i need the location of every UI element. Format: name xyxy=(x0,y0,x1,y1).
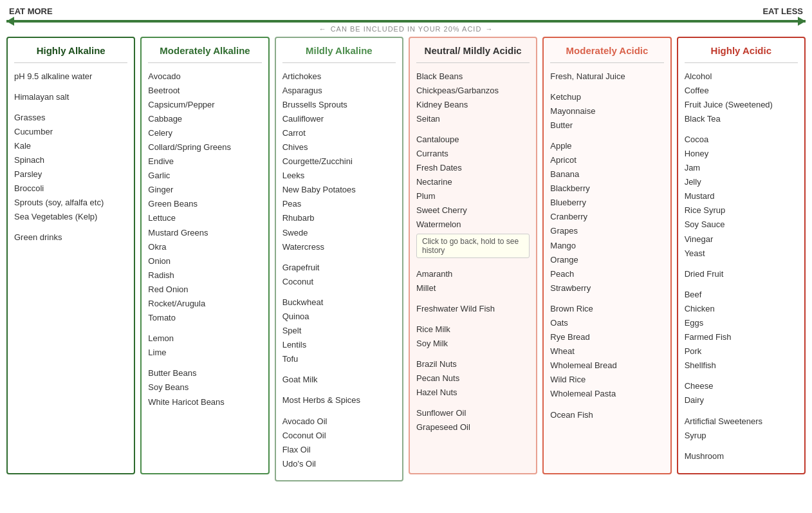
list-item: Coconut xyxy=(282,275,396,289)
list-item: Peas xyxy=(282,197,396,211)
list-item: Mustard Greens xyxy=(148,226,261,240)
list-item: Leeks xyxy=(282,169,396,183)
list-item: Most Herbs & Spices xyxy=(282,393,396,407)
list-item: Buckwheat xyxy=(282,295,396,310)
list-item: Coconut Oil xyxy=(282,429,396,443)
header-bar: EAT MORE EAT LESS xyxy=(6,6,806,16)
column-mildly-alkaline: Mildly AlkalineArtichokesAsparagusBrusse… xyxy=(275,37,403,481)
column-moderately-acidic: Moderately AcidicFresh, Natural JuiceKet… xyxy=(542,37,671,474)
col-divider-neutral xyxy=(416,62,530,63)
list-item: Goat Milk xyxy=(282,373,396,387)
list-item: Sprouts (soy, alfalfa etc) xyxy=(14,196,127,210)
list-item: Oats xyxy=(550,316,663,330)
column-header-neutral: Neutral/ Mildly Acidic xyxy=(416,44,530,57)
list-item: Blueberry xyxy=(550,196,663,210)
list-item: Cheese xyxy=(685,379,798,393)
list-item: Farmed Fish xyxy=(685,330,798,344)
col-divider-highly-acidic xyxy=(685,62,798,63)
list-item: Strawberry xyxy=(550,281,663,295)
group-spacer xyxy=(550,295,663,302)
group-spacer xyxy=(416,261,530,267)
list-item: Pecan Nuts xyxy=(416,371,530,386)
list-item: Seitan xyxy=(416,112,530,126)
list-item: Onion xyxy=(148,254,261,268)
col-divider-moderately-alkaline xyxy=(148,62,261,63)
list-item: Pork xyxy=(685,344,798,359)
list-item: Wild Rice xyxy=(550,373,663,387)
list-item: Banana xyxy=(550,167,663,182)
list-item: Ginger xyxy=(148,183,261,197)
acid-banner-label: CAN BE INCLUDED IN YOUR 20% ACID xyxy=(319,25,494,33)
list-item: Lemon xyxy=(148,331,261,346)
group-spacer xyxy=(685,408,798,415)
list-item: Lentils xyxy=(282,338,396,352)
list-item: Green Beans xyxy=(148,197,261,211)
list-item: Rice Milk xyxy=(416,322,530,337)
list-item: Green drinks xyxy=(14,230,127,245)
list-item: Wholemeal Bread xyxy=(550,359,663,373)
list-item: Honey xyxy=(685,147,798,161)
list-item: Jelly xyxy=(685,175,798,189)
list-item: pH 9.5 alkaline water xyxy=(14,70,127,84)
column-header-highly-alkaline: Highly Alkaline xyxy=(14,44,127,57)
list-item: Watermelon xyxy=(416,218,530,232)
direction-arrow xyxy=(6,20,806,23)
tooltip[interactable]: Click to go back, hold to see history xyxy=(416,234,530,258)
list-item: Ocean Fish xyxy=(550,408,663,422)
list-item: Eggs xyxy=(685,316,798,330)
list-item: Mushroom xyxy=(685,449,798,463)
list-item: Lettuce xyxy=(148,211,261,225)
list-item: Artichokes xyxy=(282,70,396,84)
list-item: Grasses xyxy=(14,111,127,125)
list-item: Lime xyxy=(148,346,261,360)
list-item: Swede xyxy=(282,226,396,240)
list-item: Asparagus xyxy=(282,84,396,98)
col-divider-mildly-alkaline xyxy=(282,62,396,63)
list-item: Capsicum/Pepper xyxy=(148,98,261,112)
list-item: Himalayan salt xyxy=(14,90,127,104)
group-spacer xyxy=(148,360,261,366)
list-item: Butter xyxy=(550,118,663,133)
list-item: Butter Beans xyxy=(148,366,261,380)
acid-banner-row: CAN BE INCLUDED IN YOUR 20% ACID xyxy=(6,25,806,33)
group-spacer xyxy=(282,366,396,373)
list-item: Jam xyxy=(685,161,798,175)
list-item: Brazil Nuts xyxy=(416,357,530,371)
group-spacer xyxy=(148,325,261,331)
list-item: Fresh Dates xyxy=(416,161,530,175)
group-spacer xyxy=(685,281,798,288)
column-header-moderately-acidic: Moderately Acidic xyxy=(550,44,663,57)
group-spacer xyxy=(282,408,396,415)
group-spacer xyxy=(685,126,798,133)
group-spacer xyxy=(282,289,396,295)
list-item: Avocado xyxy=(148,70,261,84)
column-header-highly-acidic: Highly Acidic xyxy=(685,44,798,57)
list-item: Chives xyxy=(282,140,396,154)
group-spacer xyxy=(416,400,530,406)
list-item: Sea Vegetables (Kelp) xyxy=(14,210,127,224)
list-item: Freshwater Wild Fish xyxy=(416,302,530,316)
list-item: Mayonnaise xyxy=(550,104,663,118)
list-item: Rocket/Arugula xyxy=(148,297,261,311)
group-spacer xyxy=(550,402,663,408)
column-moderately-alkaline: Moderately AlkalineAvocadoBeetrootCapsic… xyxy=(140,37,269,474)
list-item: Currants xyxy=(416,147,530,161)
list-item: Dairy xyxy=(685,393,798,407)
list-item: Cranberry xyxy=(550,210,663,224)
list-item: Tofu xyxy=(282,352,396,366)
list-item: Vinegar xyxy=(685,232,798,247)
list-item: Black Beans xyxy=(416,70,530,84)
list-item: Avocado Oil xyxy=(282,415,396,429)
column-highly-alkaline: Highly AlkalinepH 9.5 alkaline waterHima… xyxy=(6,37,135,474)
list-item: Chicken xyxy=(685,302,798,316)
group-spacer xyxy=(14,224,127,230)
list-item: Cocoa xyxy=(685,133,798,147)
list-item: Beef xyxy=(685,288,798,302)
list-item: Spelt xyxy=(282,324,396,338)
list-item: Mustard xyxy=(685,189,798,203)
list-item: Apple xyxy=(550,139,663,153)
list-item: Fruit Juice (Sweetened) xyxy=(685,98,798,112)
list-item: Sweet Cherry xyxy=(416,203,530,218)
group-spacer xyxy=(550,133,663,139)
list-item: Millet xyxy=(416,281,530,295)
